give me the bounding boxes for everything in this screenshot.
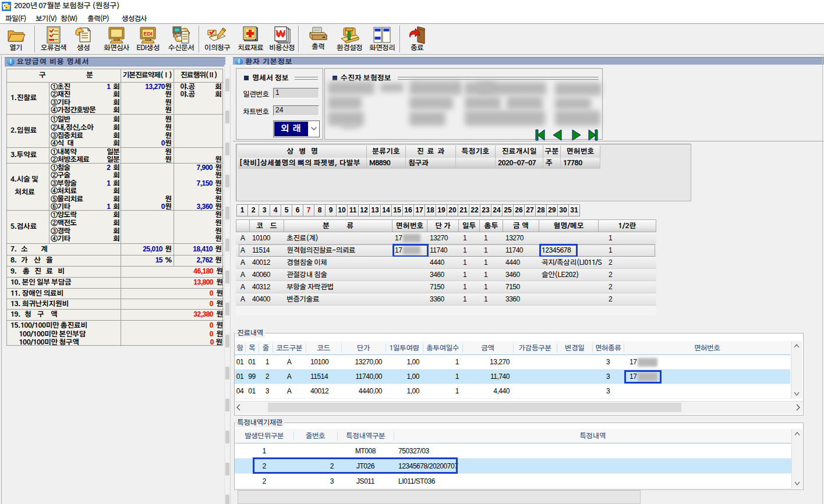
svg-text:₩: ₩ [276, 29, 286, 40]
svg-text:EDI: EDI [143, 31, 152, 37]
